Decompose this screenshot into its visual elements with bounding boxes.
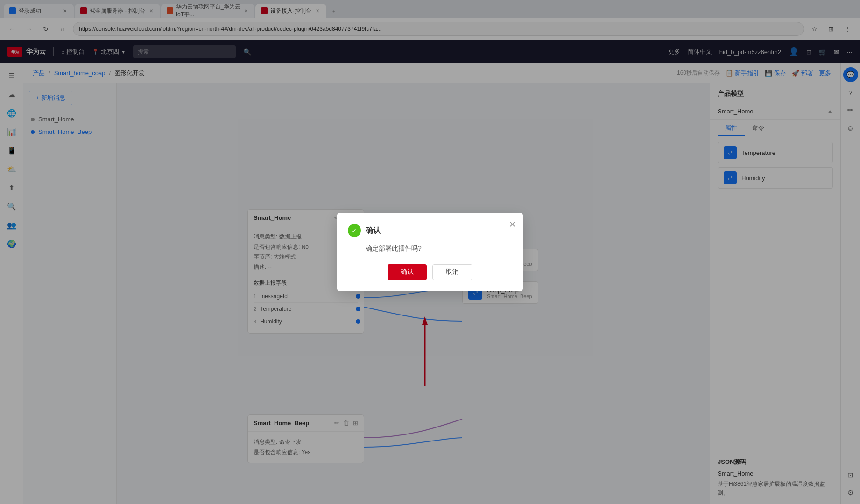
- modal-overlay: ✕ ✓ 确认 确定部署此插件吗? 确认 取消: [0, 0, 860, 504]
- modal-check-icon: ✓: [348, 224, 361, 237]
- modal-body: 确定部署此插件吗?: [348, 245, 512, 253]
- modal-header: ✓ 确认: [348, 224, 512, 237]
- modal-title: 确认: [366, 226, 381, 236]
- modal-box: ✕ ✓ 确认 确定部署此插件吗? 确认 取消: [337, 213, 523, 291]
- modal-close-button[interactable]: ✕: [509, 219, 516, 230]
- modal-cancel-button[interactable]: 取消: [432, 264, 472, 280]
- modal-confirm-button[interactable]: 确认: [388, 264, 427, 280]
- modal-footer: 确认 取消: [348, 264, 512, 280]
